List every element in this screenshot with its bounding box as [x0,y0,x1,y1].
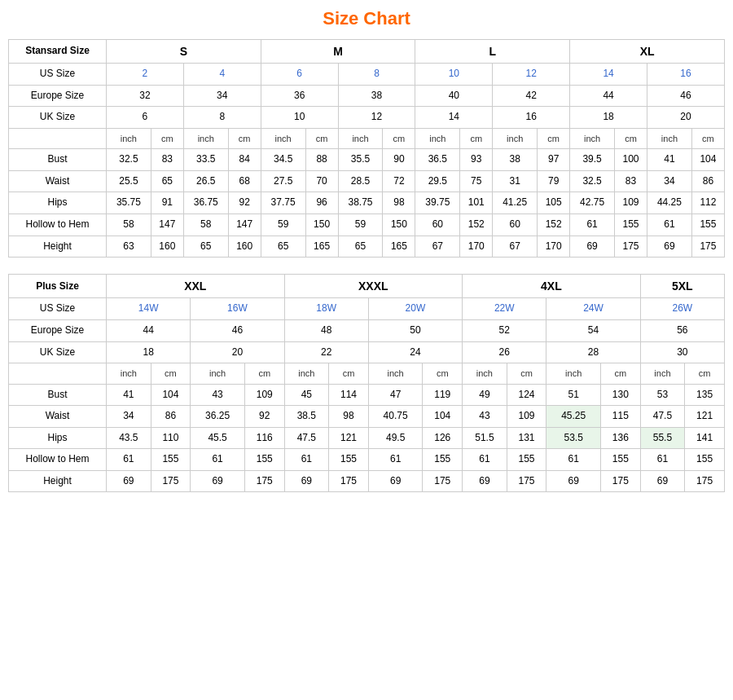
cell: 165 [305,236,338,258]
cell: 130 [601,384,641,406]
plus-eu-xxxl1: 48 [284,320,368,342]
us-s1: 2 [107,64,184,86]
std-unit-empty [9,128,107,148]
cell: 175 [691,236,724,258]
cell: 45.5 [191,427,245,449]
cell: 79 [538,170,570,192]
cell: 36.75 [183,192,228,214]
xxxl-group: XXXL [284,275,463,298]
row-label: Bust [9,149,107,171]
cell: 68 [228,170,261,192]
l-group: L [415,40,570,64]
plus-uk-4xl2: 28 [546,341,640,363]
uk-m1: 10 [261,107,338,129]
cell: 100 [614,149,647,171]
cell: 160 [228,236,261,258]
us-m2: 8 [338,64,415,86]
cell: 34 [647,170,692,192]
cell: 121 [329,427,369,449]
plus-us-4xl1: 22W [463,298,546,320]
cell: 38 [493,149,538,171]
cell: 155 [244,449,284,471]
cell: 38.5 [284,406,329,428]
cell: 65 [338,236,383,258]
cell: 61 [463,449,507,471]
cell: 155 [614,214,647,236]
us-l1: 10 [415,64,493,86]
cell: 42.75 [570,192,615,214]
uk-xl1: 18 [570,107,647,129]
cell: 63 [107,236,151,258]
cell: 105 [538,192,570,214]
cell: 47 [368,384,423,406]
plus-uk-xxl2: 20 [191,341,284,363]
cell: 150 [305,214,338,236]
cell: 41 [107,384,151,406]
cell: 32.5 [107,149,151,171]
cell: 175 [601,470,641,492]
cell: 55.5 [640,427,685,449]
cell: 152 [538,214,570,236]
cell: 34.5 [261,149,305,171]
plus-u3: inch [191,363,245,384]
xxl-group: XXL [107,275,285,298]
table-row: Bust32.58333.58434.58835.59036.593389739… [9,149,725,171]
cell: 175 [685,470,725,492]
cell: 33.5 [183,149,228,171]
cell: 119 [423,384,463,406]
row-label: Height [9,470,107,492]
cell: 86 [691,170,724,192]
cell: 98 [329,406,369,428]
cell: 61 [640,449,685,471]
cell: 69 [284,470,329,492]
us-s2: 4 [183,64,261,86]
cell: 45 [284,384,329,406]
cell: 92 [228,192,261,214]
5xl-group: 5XL [640,275,724,298]
cell: 136 [601,427,641,449]
cell: 61 [191,449,245,471]
cell: 69 [570,236,615,258]
cell: 61 [107,449,151,471]
cell: 61 [546,449,601,471]
cell: 38.75 [338,192,383,214]
cell: 65 [261,236,305,258]
std-u11: inch [493,128,538,148]
cell: 43 [463,406,507,428]
plus-us-xxl2: 16W [191,298,284,320]
uk-s2: 8 [183,107,261,129]
us-m1: 6 [261,64,338,86]
page-title: Size Chart [8,8,725,29]
cell: 170 [460,236,493,258]
cell: 29.5 [415,170,460,192]
cell: 45.25 [546,406,601,428]
cell: 69 [368,470,423,492]
cell: 91 [151,192,183,214]
cell: 51 [546,384,601,406]
cell: 97 [538,149,570,171]
plus-u5: inch [284,363,329,384]
cell: 69 [546,470,601,492]
table-row: Bust41104431094511447119491245113053135 [9,384,725,406]
plus-eu-xxl2: 46 [191,320,284,342]
plus-u9: inch [463,363,507,384]
cell: 41.25 [493,192,538,214]
row-label: Height [9,236,107,258]
cell: 75 [460,170,493,192]
plus-u7: inch [368,363,423,384]
cell: 67 [493,236,538,258]
cell: 61 [368,449,423,471]
cell: 114 [329,384,369,406]
cell: 28.5 [338,170,383,192]
std-u13: inch [570,128,615,148]
table-row: Hips43.511045.511647.512149.512651.51315… [9,427,725,449]
std-u4: cm [228,128,261,148]
plus-eu-xxxl2: 50 [368,320,462,342]
cell: 109 [244,384,284,406]
cell: 70 [305,170,338,192]
cell: 34 [107,406,151,428]
plus-u10: cm [507,363,546,384]
cell: 96 [305,192,338,214]
std-u10: cm [460,128,493,148]
std-u12: cm [538,128,570,148]
